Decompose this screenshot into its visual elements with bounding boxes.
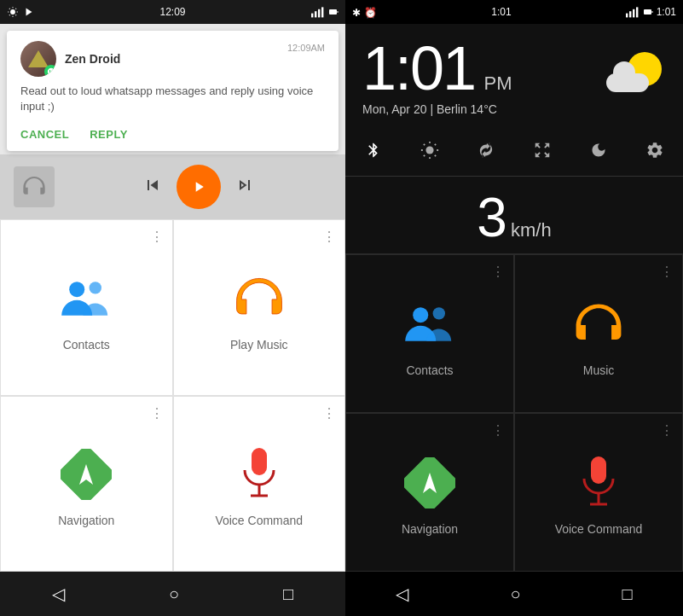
navigation-label: Navigation	[58, 514, 114, 527]
svg-point-0	[10, 9, 15, 15]
home-button-right[interactable]: ○	[493, 578, 537, 611]
weather-icon	[606, 48, 666, 99]
app-cell-contacts[interactable]: ⋮ Contacts	[0, 219, 173, 395]
right-status-right-icons: 1:01	[626, 6, 676, 18]
svg-point-7	[69, 282, 84, 297]
svg-rect-16	[636, 7, 638, 17]
voice-dark-icon	[568, 452, 629, 514]
svg-point-18	[425, 146, 433, 154]
svg-rect-22	[591, 456, 606, 484]
voice-menu-icon[interactable]: ⋮	[322, 405, 336, 421]
music-icon	[229, 268, 290, 329]
contacts-dark-menu-icon[interactable]: ⋮	[491, 264, 505, 280]
app-cell-contacts-dark[interactable]: ⋮ Contacts	[345, 254, 514, 413]
brightness-toggle[interactable]	[413, 133, 447, 167]
navigation-dark-icon	[399, 452, 460, 514]
svg-rect-15	[633, 9, 634, 18]
bluetooth-toggle[interactable]	[356, 133, 391, 167]
back-button-left[interactable]: ◁	[35, 577, 82, 611]
contacts-menu-icon[interactable]: ⋮	[150, 229, 164, 245]
music-menu-icon[interactable]: ⋮	[322, 229, 336, 245]
rotate-toggle[interactable]	[469, 133, 503, 167]
voice-icon	[229, 444, 290, 505]
app-grid-right: ⋮ Contacts ⋮ Music ⋮	[345, 254, 683, 572]
notif-message: Read out to loud whatsapp messages and r…	[20, 84, 325, 114]
contacts-icon	[55, 268, 117, 329]
right-panel: ✱ ⏰ 1:01 1:01 1:01 PM Mon, Apr 20 | Berl…	[345, 0, 683, 616]
music-player	[0, 154, 345, 219]
notif-avatar	[20, 41, 56, 77]
music-dark-label: Music	[583, 363, 615, 377]
navigation-dark-label: Navigation	[402, 522, 458, 536]
app-cell-music-dark[interactable]: ⋮ Music	[514, 254, 683, 413]
svg-rect-17	[644, 9, 651, 15]
nav-bar-left: ◁ ○ □	[0, 572, 345, 616]
svg-rect-10	[252, 448, 267, 475]
music-label: Play Music	[230, 338, 288, 352]
svg-point-19	[413, 307, 428, 323]
night-mode-toggle[interactable]	[582, 133, 616, 167]
back-button-right[interactable]: ◁	[379, 577, 425, 611]
time-right-small: 1:01	[657, 6, 676, 18]
time-left: 12:09	[159, 6, 185, 18]
voice-dark-label: Voice Command	[555, 522, 643, 536]
cancel-button[interactable]: CANCEL	[20, 125, 69, 144]
settings-toggle[interactable]	[638, 133, 672, 167]
notif-app-name: Zen Droid	[65, 52, 120, 66]
status-right-icons	[311, 6, 339, 18]
time-right: 1:01	[491, 6, 511, 18]
left-panel: 12:09 Zen Droid 12:09AM Read out to loud…	[0, 0, 345, 616]
recent-button-right[interactable]: □	[605, 578, 649, 611]
contacts-dark-icon	[399, 293, 460, 355]
nav-menu-icon[interactable]: ⋮	[150, 405, 164, 421]
app-cell-navigation-dark[interactable]: ⋮ Navigation	[345, 413, 514, 572]
notif-time: 12:09AM	[287, 43, 325, 53]
voice-label: Voice Command	[215, 514, 303, 527]
quick-settings	[345, 125, 683, 177]
contacts-dark-label: Contacts	[406, 363, 453, 377]
music-dark-menu-icon[interactable]: ⋮	[660, 264, 674, 280]
voice-dark-menu-icon[interactable]: ⋮	[660, 422, 674, 439]
right-status-left-icons: ✱ ⏰	[352, 4, 377, 20]
play-button[interactable]	[177, 165, 221, 209]
bluetooth-icon: ✱	[352, 7, 361, 19]
speed-unit: km/h	[511, 219, 552, 241]
prev-button[interactable]	[142, 175, 163, 200]
app-cell-voice-dark[interactable]: ⋮ Voice Command	[514, 413, 683, 572]
next-button[interactable]	[234, 175, 255, 200]
notif-title-area: Zen Droid	[65, 51, 325, 67]
speed-area: 3 km/h	[345, 177, 683, 254]
reply-button[interactable]: REPLY	[90, 125, 128, 144]
music-dark-icon	[568, 293, 629, 355]
svg-rect-6	[329, 9, 337, 15]
svg-rect-2	[311, 14, 313, 18]
svg-rect-4	[318, 9, 320, 18]
music-headphone-icon	[14, 166, 55, 207]
nav-bar-right: ◁ ○ □	[345, 572, 683, 616]
player-controls	[65, 165, 332, 209]
clock-time: 1:01 PM	[362, 38, 512, 99]
status-bar-left: 12:09	[0, 0, 345, 24]
svg-marker-1	[26, 9, 32, 16]
svg-rect-3	[315, 11, 316, 17]
status-left-icons	[7, 6, 34, 18]
notif-header: Zen Droid 12:09AM	[20, 41, 325, 77]
svg-point-8	[90, 282, 101, 293]
nav-dark-menu-icon[interactable]: ⋮	[491, 422, 505, 439]
notif-actions: CANCEL REPLY	[20, 125, 325, 144]
app-cell-music[interactable]: ⋮ Play Music	[173, 219, 346, 395]
app-grid-left: ⋮ Contacts ⋮ Play Music	[0, 219, 345, 572]
contacts-label: Contacts	[63, 338, 110, 352]
svg-rect-14	[629, 11, 631, 17]
svg-rect-13	[626, 14, 628, 18]
expand-toggle[interactable]	[525, 133, 559, 167]
status-bar-right: ✱ ⏰ 1:01 1:01	[345, 0, 683, 24]
alarm-icon: ⏰	[364, 7, 377, 19]
speed-value: 3	[477, 190, 507, 245]
svg-rect-5	[321, 7, 323, 17]
app-cell-navigation[interactable]: ⋮ Navigation	[0, 396, 173, 572]
whatsapp-badge	[44, 65, 56, 77]
recent-button-left[interactable]: □	[266, 578, 310, 611]
app-cell-voice[interactable]: ⋮ Voice Command	[173, 396, 346, 572]
home-button-left[interactable]: ○	[152, 578, 196, 611]
